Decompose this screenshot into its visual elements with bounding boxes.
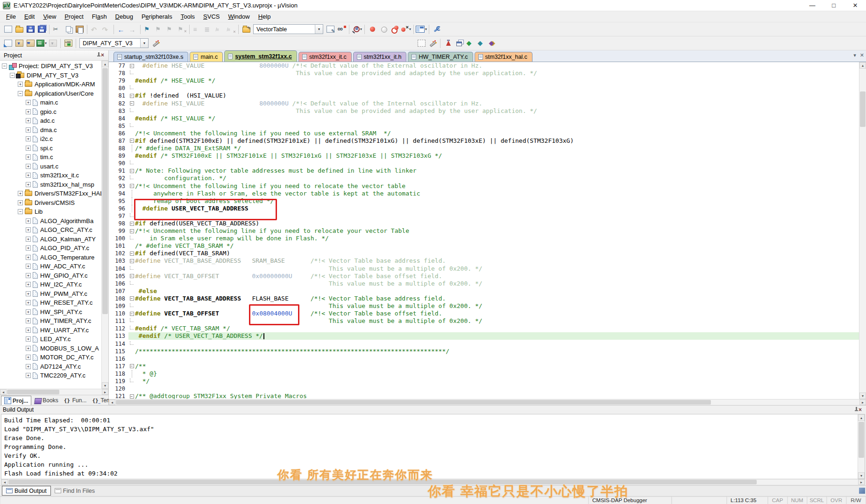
disable-all-breakpoints-icon[interactable] <box>389 24 400 35</box>
open-file-icon[interactable] <box>14 24 25 35</box>
tree-item-ad7124-aty-c[interactable]: +AD7124_ATY.c <box>0 362 108 371</box>
expand-icon[interactable]: + <box>26 245 31 251</box>
bottom-tab-find-in-files[interactable]: Find In Files <box>51 486 99 496</box>
editor-tab-main-c[interactable]: main.c <box>190 52 223 62</box>
indent-icon[interactable] <box>203 24 214 35</box>
tab-list-dropdown-icon[interactable]: ▾ <box>853 52 856 58</box>
tree-item-algo-kalman-aty[interactable]: +ALGO_Kalman_ATY <box>0 235 108 244</box>
menu-edit[interactable]: Edit <box>20 12 39 21</box>
editor-tab-hw-timer-aty-c[interactable]: HW_TIMER_ATY.c <box>408 52 473 62</box>
menu-debug[interactable]: Debug <box>111 12 137 21</box>
fold-collapse-icon[interactable]: − <box>130 184 134 188</box>
editor-horizontal-scrollbar[interactable]: ◂ ▸ <box>109 399 866 405</box>
tree-item-hw-spi-aty-c[interactable]: +HW_SPI_ATY.c <box>0 308 108 317</box>
tree-item-application-user-core[interactable]: −Application/User/Core <box>0 89 108 98</box>
scroll-up-icon[interactable]: ▴ <box>858 414 865 421</box>
configure-tools-icon[interactable] <box>431 24 442 35</box>
tree-item-hw-timer-aty-c[interactable]: +HW_TIMER_ATY.c <box>0 316 108 326</box>
expand-icon[interactable]: + <box>26 336 31 342</box>
start-stop-debug-icon[interactable] <box>442 38 454 49</box>
undo-icon[interactable] <box>89 24 100 35</box>
tree-item-hw-pwm-aty-c[interactable]: +HW_PWM_ATY.c <box>0 289 108 299</box>
editor-tab-stm32f1xx-it-c[interactable]: stm32f1xx_it.c <box>298 52 352 62</box>
scroll-up-icon[interactable]: ▴ <box>102 61 108 67</box>
expand-icon[interactable]: + <box>26 136 31 141</box>
fold-collapse-icon[interactable]: − <box>130 364 134 368</box>
cut-icon[interactable] <box>51 24 63 35</box>
tree-item-motor-dc-aty-c[interactable]: +MOTOR_DC_ATY.c <box>0 353 108 362</box>
chevron-down-icon[interactable]: ▾ <box>140 39 148 48</box>
expand-icon[interactable]: + <box>26 346 31 351</box>
tree-item-algo-temperature[interactable]: +ALGO_Temperature <box>0 253 108 262</box>
scroll-left-icon[interactable]: ◂ <box>1 479 8 485</box>
tree-item-hw-i2c-aty-c[interactable]: +HW_I2C_ATY.c <box>0 280 108 289</box>
bookmark-next-icon[interactable] <box>165 24 176 35</box>
redo-icon[interactable] <box>100 24 112 35</box>
expand-icon[interactable]: + <box>26 146 31 151</box>
expand-icon[interactable]: + <box>26 273 31 278</box>
menu-svcs[interactable]: SVCS <box>199 12 224 21</box>
search-binoculars-icon[interactable] <box>336 24 347 35</box>
new-file-icon[interactable] <box>2 24 14 35</box>
editor-tab-stm32f1xx-it-h[interactable]: stm32f1xx_it.h <box>353 52 407 62</box>
save-icon[interactable] <box>25 24 36 35</box>
expand-icon[interactable]: + <box>26 109 31 114</box>
expand-icon[interactable]: + <box>26 237 31 242</box>
fold-collapse-icon[interactable]: − <box>130 394 134 399</box>
editor-tab-stm32f1xx-hal-c[interactable]: stm32f1xx_hal.c <box>475 52 532 62</box>
expand-icon[interactable]: + <box>26 364 31 369</box>
scroll-right-icon[interactable]: ▸ <box>858 479 865 485</box>
chevron-down-icon[interactable]: ▾ <box>315 25 323 34</box>
fold-collapse-icon[interactable]: − <box>130 312 134 316</box>
panel-tab-fun[interactable]: Fun... <box>61 396 90 405</box>
fold-collapse-icon[interactable]: − <box>130 139 134 143</box>
editor-tab-system-stm32f1xx-c[interactable]: system_stm32f1xx.c <box>224 50 297 62</box>
expand-icon[interactable]: + <box>26 291 31 296</box>
collapse-icon[interactable]: − <box>18 209 23 214</box>
close-icon[interactable] <box>859 406 864 413</box>
scroll-left-icon[interactable]: ◂ <box>109 399 115 405</box>
toggle-breakpoint-icon[interactable] <box>378 24 389 35</box>
tree-item-stm32f1xx-hal-msp[interactable]: +stm32f1xx_hal_msp <box>0 180 108 189</box>
fold-collapse-icon[interactable]: − <box>130 94 134 98</box>
manage-components-icon[interactable] <box>427 38 438 49</box>
bookmark-prev-icon[interactable] <box>154 24 165 35</box>
tree-item-lib[interactable]: −Lib <box>0 207 108 217</box>
fold-collapse-icon[interactable]: − <box>130 64 134 68</box>
menu-flash[interactable]: Flash <box>88 12 111 21</box>
expand-icon[interactable]: + <box>26 300 31 305</box>
editor-vertical-scrollbar[interactable]: ▴ ▾ <box>859 62 866 399</box>
stop-build-icon[interactable] <box>47 38 58 49</box>
pack-installer-icon[interactable] <box>476 38 487 49</box>
expand-icon[interactable]: + <box>26 227 31 232</box>
expand-icon[interactable]: + <box>18 200 23 205</box>
copy-icon[interactable] <box>63 24 74 35</box>
tree-item-application-mdk-arm[interactable]: +Application/MDK-ARM <box>0 80 108 89</box>
tree-item-dipm-aty-st-v3[interactable]: −DIPM_ATY_ST_V3 <box>0 71 108 80</box>
expand-icon[interactable]: + <box>26 328 31 333</box>
maximize-button[interactable]: □ <box>823 0 845 11</box>
scroll-right-icon[interactable]: ▸ <box>102 389 108 395</box>
tree-item-adc-c[interactable]: +adc.c <box>0 116 108 126</box>
tree-item-i2c-c[interactable]: +i2c.c <box>0 134 108 144</box>
expand-icon[interactable]: + <box>26 282 31 287</box>
rebuild-all-icon[interactable] <box>25 38 36 49</box>
manage-project-items-icon[interactable] <box>416 38 427 49</box>
menu-peripherals[interactable]: Peripherals <box>137 12 177 21</box>
menu-window[interactable]: Window <box>224 12 254 21</box>
close-button[interactable]: ✕ <box>845 0 866 11</box>
scroll-right-icon[interactable]: ▸ <box>859 399 866 405</box>
tree-item-main-c[interactable]: +main.c <box>0 98 108 107</box>
find-in-files-icon[interactable] <box>325 24 336 35</box>
expand-icon[interactable]: + <box>26 355 31 360</box>
expand-icon[interactable]: + <box>26 100 31 105</box>
tree-item-modbus-s-low-a[interactable]: +MODBUS_S_LOW_A <box>0 344 108 353</box>
tree-item-hw-uart-aty-c[interactable]: +HW_UART_ATY.c <box>0 326 108 335</box>
target-select-combo[interactable]: DIPM_ATY_ST_V3 ▾ <box>79 38 149 48</box>
tree-item-algo-pid-aty-c[interactable]: +ALGO_PID_ATY.c <box>0 244 108 253</box>
panel-tab-books[interactable]: Books <box>31 396 61 405</box>
close-icon[interactable] <box>101 52 106 59</box>
menu-view[interactable]: View <box>39 12 60 21</box>
tree-item-algo-crc-aty-c[interactable]: +ALGO_CRC_ATY.c <box>0 225 108 235</box>
expand-icon[interactable]: + <box>26 164 31 169</box>
